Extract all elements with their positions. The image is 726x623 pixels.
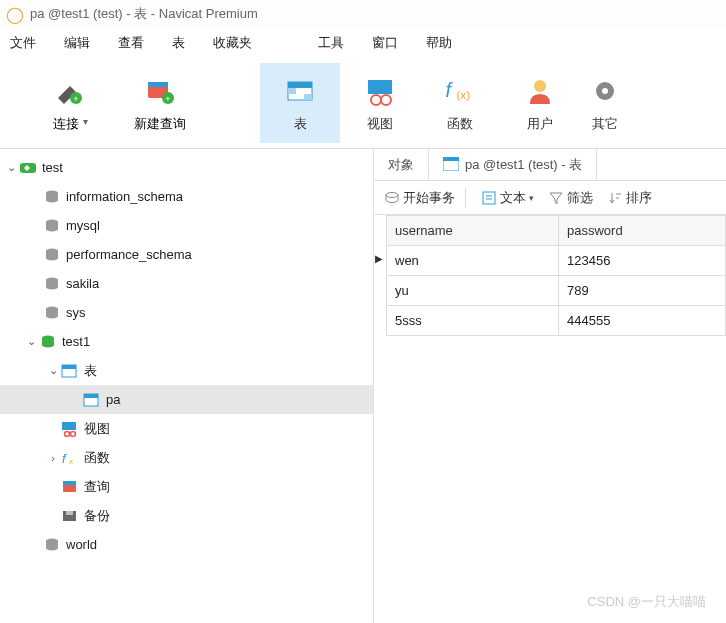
svg-rect-27 [62, 365, 76, 369]
connection-icon [18, 159, 38, 177]
svg-text:f: f [62, 451, 67, 466]
menu-tools[interactable]: 工具 [318, 34, 344, 52]
table-icon [443, 157, 459, 173]
filter-icon [548, 190, 564, 206]
gear-icon [587, 73, 623, 109]
tool-user[interactable]: 用户 [500, 63, 580, 143]
menu-edit[interactable]: 编辑 [64, 34, 90, 52]
tree-group-views[interactable]: 视图 [0, 414, 373, 443]
svg-text:x: x [69, 457, 73, 466]
svg-point-18 [602, 88, 608, 94]
svg-point-12 [381, 95, 391, 105]
sidebar-tree: ⌄ test ›information_schema ›mysql ›perfo… [0, 149, 373, 623]
chevron-down-icon: ▾ [83, 116, 88, 127]
table-row[interactable]: yu 789 [387, 276, 726, 306]
svg-rect-38 [66, 511, 73, 515]
btn-filter[interactable]: 筛选 [544, 189, 597, 207]
menubar: 文件 编辑 查看 表 收藏夹 工具 窗口 帮助 [0, 28, 726, 58]
caret-right-icon[interactable]: › [46, 452, 60, 464]
tab-current-table[interactable]: pa @test1 (test) - 表 [429, 149, 597, 180]
tree-db-world[interactable]: ›world [0, 530, 373, 559]
view-icon [362, 73, 398, 109]
menu-window[interactable]: 窗口 [372, 34, 398, 52]
table-icon [282, 73, 318, 109]
col-username[interactable]: username [387, 216, 559, 246]
data-grid[interactable]: username password wen 123456 yu 789 5sss [386, 215, 726, 336]
plug-icon: + [52, 73, 88, 109]
tool-view-label: 视图 [367, 115, 393, 133]
btn-sort[interactable]: 排序 [603, 189, 656, 207]
grid-toolbar: 开始事务 文本 ▾ 筛选 排序 [374, 181, 726, 215]
cell-password[interactable]: 444555 [558, 306, 725, 336]
query-icon [60, 478, 80, 496]
svg-text:f: f [446, 79, 454, 101]
tool-table-label: 表 [294, 115, 307, 133]
menu-file[interactable]: 文件 [10, 34, 36, 52]
btn-text[interactable]: 文本 ▾ [477, 189, 538, 207]
tool-new-query-label: 新建查询 [134, 115, 186, 133]
svg-rect-10 [368, 80, 392, 94]
cell-password[interactable]: 789 [558, 276, 725, 306]
tree-table-pa[interactable]: pa [0, 385, 373, 414]
tool-view[interactable]: 视图 [340, 63, 420, 143]
svg-text:(x): (x) [456, 88, 470, 101]
query-icon: + [142, 73, 178, 109]
menu-table[interactable]: 表 [172, 34, 185, 52]
svg-rect-30 [62, 422, 76, 430]
tree-db-sakila[interactable]: ›sakila [0, 269, 373, 298]
database-icon [42, 275, 62, 293]
tool-user-label: 用户 [527, 115, 553, 133]
menu-view[interactable]: 查看 [118, 34, 144, 52]
cell-username[interactable]: yu [387, 276, 559, 306]
tree-connection-test[interactable]: ⌄ test [0, 153, 373, 182]
tree-db-sys[interactable]: ›sys [0, 298, 373, 327]
watermark: CSDN @一只大喵喵 [587, 593, 706, 611]
cell-username[interactable]: 5sss [387, 306, 559, 336]
caret-down-icon[interactable]: ⌄ [24, 335, 38, 348]
grid-header-row: username password [387, 216, 726, 246]
tab-objects[interactable]: 对象 [374, 149, 429, 180]
caret-down-icon[interactable]: ⌄ [46, 364, 60, 377]
toolbar: + 连接▾ + 新建查询 表 视图 f(x) 函数 用户 [0, 58, 726, 148]
btn-begin-transaction[interactable]: 开始事务 [380, 189, 459, 207]
svg-rect-29 [84, 394, 98, 398]
tree-group-queries[interactable]: 查询 [0, 472, 373, 501]
tree-group-tables[interactable]: ⌄表 [0, 356, 373, 385]
table-row[interactable]: wen 123456 [387, 246, 726, 276]
caret-down-icon[interactable]: ⌄ [4, 161, 18, 174]
tree-db-information-schema[interactable]: ›information_schema [0, 182, 373, 211]
col-password[interactable]: password [558, 216, 725, 246]
tables-group-icon [60, 362, 80, 380]
tool-other[interactable]: 其它 [580, 63, 630, 143]
chevron-down-icon: ▾ [529, 193, 534, 203]
svg-point-32 [71, 431, 76, 436]
svg-rect-8 [288, 88, 296, 94]
window-title: pa @test1 (test) - 表 - Navicat Premium [30, 5, 258, 23]
tool-table[interactable]: 表 [260, 63, 340, 143]
tree-group-functions[interactable]: ›fx函数 [0, 443, 373, 472]
svg-rect-7 [288, 82, 312, 88]
database-icon [42, 536, 62, 554]
cell-password[interactable]: 123456 [558, 246, 725, 276]
tree-db-test1[interactable]: ⌄test1 [0, 327, 373, 356]
cell-username[interactable]: wen [387, 246, 559, 276]
tree-db-performance-schema[interactable]: ›performance_schema [0, 240, 373, 269]
tool-connection[interactable]: + 连接▾ [30, 63, 110, 143]
database-icon [42, 217, 62, 235]
function-icon: fx [60, 449, 80, 467]
tabstrip: 对象 pa @test1 (test) - 表 [374, 149, 726, 181]
titlebar: ◯ pa @test1 (test) - 表 - Navicat Premium [0, 0, 726, 28]
svg-point-31 [65, 431, 70, 436]
tool-function[interactable]: f(x) 函数 [420, 63, 500, 143]
tool-new-query[interactable]: + 新建查询 [110, 63, 210, 143]
svg-rect-3 [148, 82, 168, 87]
table-row[interactable]: 5sss 444555 [387, 306, 726, 336]
svg-point-16 [534, 80, 546, 92]
tree-group-backups[interactable]: 备份 [0, 501, 373, 530]
app-icon: ◯ [6, 5, 24, 24]
main-panel: 对象 pa @test1 (test) - 表 开始事务 文本 ▾ 筛选 [373, 149, 726, 623]
menu-favorites[interactable]: 收藏夹 [213, 34, 252, 52]
tree-db-mysql[interactable]: ›mysql [0, 211, 373, 240]
tree-connection-label: test [42, 160, 63, 175]
menu-help[interactable]: 帮助 [426, 34, 452, 52]
